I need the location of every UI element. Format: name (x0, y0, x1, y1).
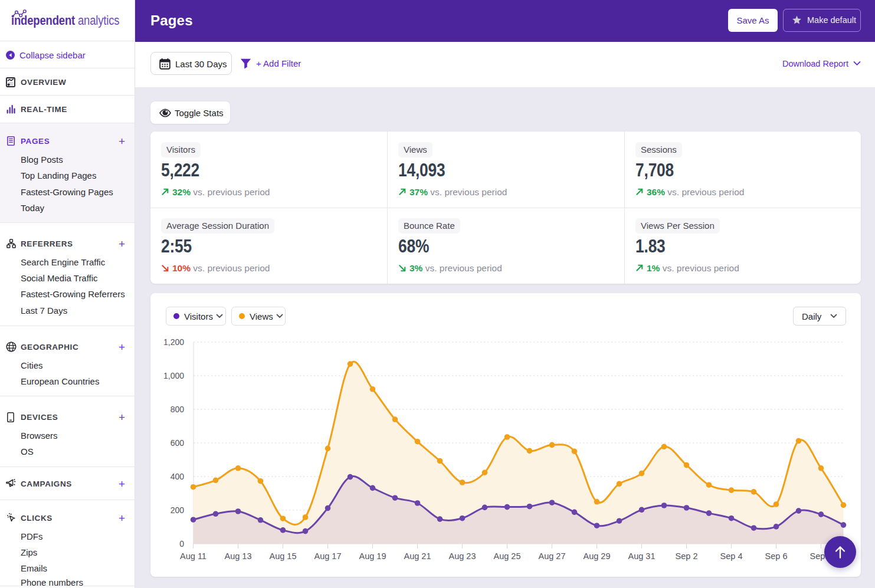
svg-text:Aug 19: Aug 19 (359, 551, 386, 561)
svg-text:Aug 13: Aug 13 (225, 551, 252, 561)
svg-text:1,000: 1,000 (163, 371, 184, 380)
svg-text:Aug 17: Aug 17 (314, 551, 342, 561)
svg-text:Aug 11: Aug 11 (180, 551, 207, 561)
svg-text:0: 0 (179, 539, 184, 548)
svg-text:800: 800 (171, 405, 185, 414)
svg-text:600: 600 (171, 438, 185, 448)
svg-text:Aug 29: Aug 29 (584, 551, 611, 561)
svg-text:Aug 21: Aug 21 (404, 551, 431, 561)
svg-text:Aug 23: Aug 23 (449, 551, 476, 561)
svg-text:Aug 15: Aug 15 (270, 551, 297, 561)
svg-text:Sep 6: Sep 6 (765, 551, 788, 561)
svg-text:Sep 2: Sep 2 (676, 551, 698, 561)
svg-text:Aug 25: Aug 25 (494, 551, 521, 561)
svg-text:Sep 4: Sep 4 (720, 551, 743, 561)
svg-text:Aug 27: Aug 27 (539, 551, 566, 561)
svg-text:200: 200 (171, 505, 185, 515)
svg-text:400: 400 (171, 472, 185, 481)
svg-text:Aug 31: Aug 31 (628, 551, 656, 561)
svg-text:1,200: 1,200 (163, 337, 184, 347)
